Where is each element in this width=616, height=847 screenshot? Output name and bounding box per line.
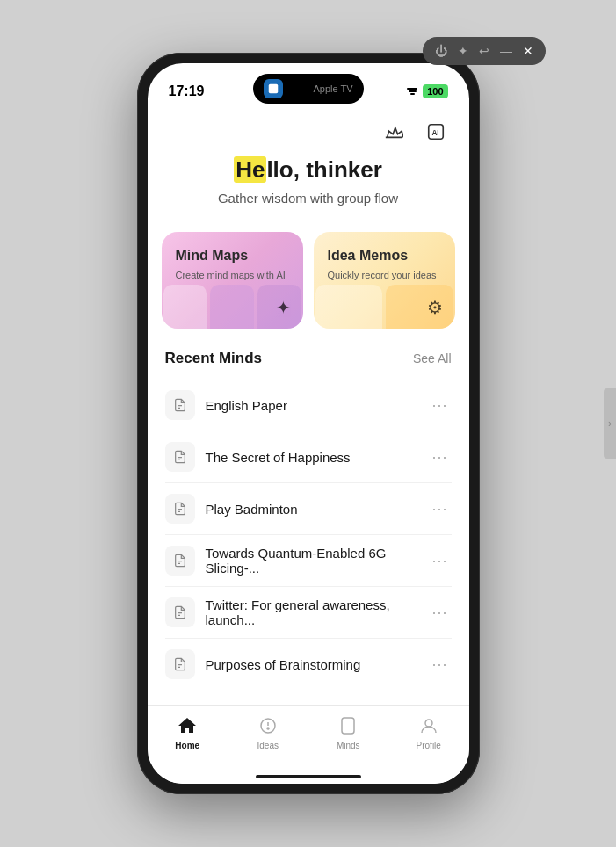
right-edge-handle[interactable] [604,388,616,459]
phone-frame: 17:19 Apple TV 100 [137,53,480,794]
item-icon-5 [165,597,195,627]
recent-header: Recent Minds See All [165,350,452,367]
dynamic-island-icon [264,79,283,98]
item-text-5: Twitter: For general awareness, launch..… [206,597,429,627]
item-icon-6 [165,649,195,679]
item-text-1: English Paper [206,398,429,413]
dynamic-island-text: Apple TV [313,83,352,94]
item-more-3[interactable]: ··· [428,500,451,518]
tab-home-label: Home [175,741,199,750]
idea-memos-desc: Quickly record your ideas [328,269,441,282]
svg-rect-0 [268,84,278,94]
profile-tab-icon [417,714,440,737]
battery-badge: 100 [423,84,447,98]
close-icon[interactable]: ✕ [523,44,533,58]
svg-point-17 [267,728,269,729]
tab-ideas-label: Ideas [257,741,279,750]
list-item[interactable]: Twitter: For general awareness, launch..… [165,587,452,639]
minds-tab-icon [337,714,359,737]
item-more-6[interactable]: ··· [428,655,451,674]
home-indicator [148,777,469,784]
item-more-2[interactable]: ··· [428,448,451,467]
undo-icon[interactable]: ↩ [479,44,489,58]
status-right: 100 [407,84,447,98]
list-item[interactable]: Purposes of Brainstorming ··· [165,639,452,690]
list-item[interactable]: English Paper ··· [165,380,452,431]
ai-button[interactable]: AI [420,116,452,148]
status-time: 17:19 [169,83,205,99]
tab-home[interactable]: Home [148,714,228,750]
mind-maps-icon: ✦ [276,297,291,318]
greeting-highlight: He [234,156,266,183]
tab-bar: Home Ideas Minds [148,705,469,777]
item-more-1[interactable]: ··· [428,396,451,415]
tab-profile[interactable]: Profile [388,714,469,750]
see-all-button[interactable]: See All [413,351,452,366]
header-icons: AI [148,116,469,156]
item-text-3: Play Badminton [206,502,429,517]
svg-rect-18 [342,718,354,734]
tab-minds-label: Minds [337,741,360,750]
item-more-5[interactable]: ··· [428,604,451,622]
mind-maps-title: Mind Maps [176,248,289,264]
cards-section: Mind Maps Create mind maps with AI ✦ Ide… [148,232,469,350]
greeting-section: Hello, thinker Gather wisdom with group … [148,156,469,232]
list-item[interactable]: The Secret of Happiness ··· [165,431,452,483]
wifi-icon [407,88,417,95]
idea-memos-card[interactable]: Idea Memos Quickly record your ideas ⚙ [314,232,455,329]
crown-button[interactable] [378,116,409,148]
item-icon-1 [165,390,195,420]
status-bar: 17:19 Apple TV 100 [148,63,469,107]
greeting-title: Hello, thinker [165,156,452,184]
tab-profile-label: Profile [417,741,441,750]
greeting-subtitle: Gather wisdom with group flow [165,191,452,206]
ideas-tab-icon [257,714,279,737]
window-controls: ⏻ ✦ ↩ — ✕ [423,37,546,65]
item-text-6: Purposes of Brainstorming [206,657,429,672]
mind-maps-card[interactable]: Mind Maps Create mind maps with AI ✦ [162,232,303,329]
list-item[interactable]: Towards Quantum-Enabled 6G Slicing-... ·… [165,535,452,587]
item-text-4: Towards Quantum-Enabled 6G Slicing-... [206,546,429,576]
item-icon-3 [165,494,195,524]
item-more-4[interactable]: ··· [428,552,451,570]
home-tab-icon [176,714,199,737]
svg-text:AI: AI [431,129,438,137]
phone-screen: 17:19 Apple TV 100 [148,63,469,784]
home-indicator-bar [256,775,361,778]
item-icon-4 [165,546,195,576]
recent-list: English Paper ··· The Secret of Happines… [165,380,452,690]
main-content: AI Hello, thinker Gather wisdom with gro… [148,107,469,705]
mind-maps-desc: Create mind maps with AI [176,269,289,282]
recent-title: Recent Minds [165,350,263,367]
item-text-2: The Secret of Happiness [206,450,429,465]
power-icon[interactable]: ⏻ [435,44,447,58]
tab-minds[interactable]: Minds [308,714,389,750]
svg-point-19 [425,720,432,727]
greeting-rest: llo, thinker [266,156,381,183]
idea-memos-icon: ⚙ [427,297,443,318]
list-item[interactable]: Play Badminton ··· [165,483,452,535]
item-icon-2 [165,442,195,472]
recent-section: Recent Minds See All English Paper ··· [148,350,469,690]
minimize-icon[interactable]: — [500,44,512,58]
idea-memos-title: Idea Memos [328,248,441,264]
star-icon[interactable]: ✦ [458,44,468,58]
tab-ideas[interactable]: Ideas [228,714,308,750]
dynamic-island: Apple TV [253,74,364,104]
